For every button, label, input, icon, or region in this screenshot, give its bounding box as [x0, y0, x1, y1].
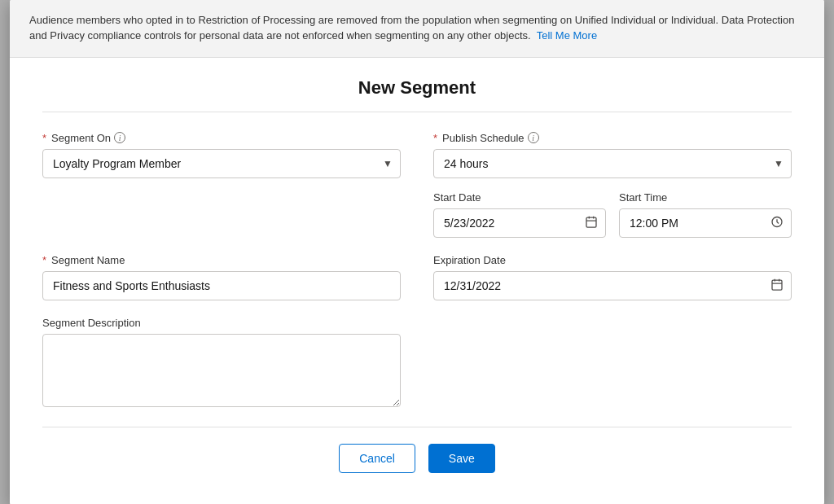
- publish-schedule-group: * Publish Schedule i 24 hours 12 hours 6…: [433, 132, 792, 178]
- segment-on-label: * Segment On i: [42, 132, 401, 144]
- modal-title: New Segment: [42, 77, 792, 112]
- publish-schedule-select[interactable]: 24 hours 12 hours 6 hours 1 hour: [433, 149, 792, 178]
- segment-on-label-text: Segment On: [51, 132, 111, 144]
- segment-name-required: *: [42, 254, 46, 266]
- modal-body: New Segment * Segment On i Loyalty Progr…: [10, 58, 824, 505]
- start-date-time-row: Start Date: [433, 191, 792, 238]
- tell-me-more-link[interactable]: Tell Me More: [537, 29, 597, 42]
- publish-schedule-required: *: [433, 132, 437, 144]
- publish-schedule-info-icon[interactable]: i: [528, 132, 539, 143]
- segment-description-label: Segment Description: [42, 317, 401, 329]
- start-date-input-wrapper: [433, 208, 606, 238]
- expiration-date-input[interactable]: [433, 271, 792, 300]
- segment-name-input[interactable]: [42, 271, 401, 300]
- expiration-date-group: Expiration Date: [433, 254, 792, 300]
- cancel-button[interactable]: Cancel: [339, 444, 415, 473]
- start-time-group: Start Time: [619, 191, 792, 238]
- publish-schedule-label-text: Publish Schedule: [442, 132, 524, 144]
- expiration-date-label: Expiration Date: [433, 254, 792, 266]
- segment-name-label-text: Segment Name: [51, 254, 125, 266]
- publish-schedule-select-wrapper: 24 hours 12 hours 6 hours 1 hour ▼: [433, 149, 792, 178]
- segment-on-select-wrapper: Loyalty Program Member Unified Individua…: [42, 149, 401, 178]
- expiration-date-input-wrapper: [433, 271, 792, 300]
- segment-on-group: * Segment On i Loyalty Program Member Un…: [42, 132, 401, 238]
- start-date-label: Start Date: [433, 191, 606, 204]
- segment-on-select[interactable]: Loyalty Program Member Unified Individua…: [42, 149, 401, 178]
- start-date-group: Start Date: [433, 191, 606, 238]
- segment-on-required: *: [42, 132, 46, 144]
- start-date-input[interactable]: [433, 208, 606, 238]
- segment-name-label: * Segment Name: [42, 254, 401, 266]
- notice-banner: Audience members who opted in to Restric…: [10, 0, 824, 58]
- segment-description-group: Segment Description: [42, 317, 401, 407]
- right-column: * Publish Schedule i 24 hours 12 hours 6…: [433, 132, 792, 238]
- empty-right-cell: [433, 317, 792, 407]
- start-time-label: Start Time: [619, 191, 792, 204]
- publish-schedule-label: * Publish Schedule i: [433, 132, 792, 144]
- segment-on-info-icon[interactable]: i: [114, 132, 125, 143]
- save-button[interactable]: Save: [428, 444, 495, 473]
- notice-text: Audience members who opted in to Restric…: [29, 14, 794, 42]
- modal-dialog: Audience members who opted in to Restric…: [10, 0, 824, 504]
- start-time-input[interactable]: [619, 208, 792, 238]
- start-time-input-wrapper: [619, 208, 792, 238]
- form-grid: * Segment On i Loyalty Program Member Un…: [42, 132, 792, 407]
- segment-name-group: * Segment Name: [42, 254, 401, 300]
- modal-overlay: Audience members who opted in to Restric…: [0, 0, 834, 504]
- segment-description-textarea[interactable]: [42, 334, 401, 407]
- modal-footer: Cancel Save: [42, 427, 792, 480]
